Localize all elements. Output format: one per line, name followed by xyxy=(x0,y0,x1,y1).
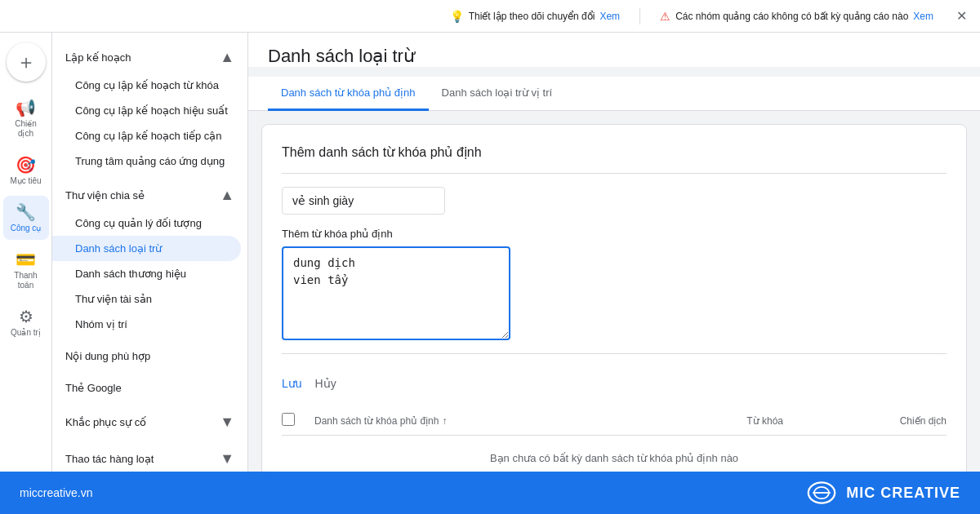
nav-section-bulk-label: Thao tác hàng loạt xyxy=(65,453,154,465)
nav-section-google-tag-label: Thẻ Google xyxy=(65,382,122,394)
list-name-group xyxy=(282,187,947,215)
footer-url: miccreative.vn xyxy=(20,486,92,499)
chevron-down-troubleshoot-icon: ▼ xyxy=(220,414,234,431)
footer-brand: MIC CREATIVE xyxy=(807,478,960,507)
nav-section-plan-header[interactable]: Lập kế hoạch ▲ xyxy=(52,42,247,73)
cancel-button[interactable]: Hủy xyxy=(315,374,336,393)
nav-sidebar: Lập kế hoạch ▲ Công cụ lập kế hoạch từ k… xyxy=(52,33,248,472)
table-empty-message: Bạn chưa có bất kỳ danh sách từ khóa phủ… xyxy=(282,436,947,472)
nav-item-performance-planner[interactable]: Công cụ lập kế hoạch hiệu suất xyxy=(52,98,247,123)
sidebar-icon-tools[interactable]: 🔧 Công cụ xyxy=(3,196,49,240)
notif-divider xyxy=(639,8,640,24)
nav-item-exclusion-list[interactable]: Danh sách loại trừ xyxy=(52,236,241,261)
nav-section-content: Nội dung phù hợp xyxy=(52,340,247,372)
footer: miccreative.vn MIC CREATIVE xyxy=(0,472,980,514)
notification-item-1: 💡 Thiết lập theo dõi chuyển đổi Xem xyxy=(450,10,620,23)
billing-icon: 💳 xyxy=(16,250,36,269)
nav-section-troubleshoot-header[interactable]: Khắc phục sự cố ▼ xyxy=(52,407,247,437)
sidebar-icon-admin[interactable]: ⚙ Quản trị xyxy=(3,300,49,344)
nav-item-location-groups[interactable]: Nhóm vị trí xyxy=(52,312,247,337)
mic-creative-logo xyxy=(807,478,836,507)
campaign-icon: 📢 xyxy=(16,98,36,117)
page-header: Danh sách loại trừ xyxy=(248,33,980,67)
tabs-bar: Danh sách từ khóa phủ định Danh sách loạ… xyxy=(248,77,980,111)
sidebar-icon-goals-label: Mục tiêu xyxy=(10,176,41,186)
nav-section-bulk: Thao tác hàng loạt ▼ xyxy=(52,441,247,472)
nav-item-keyword-planner[interactable]: Công cụ lập kế hoạch từ khóa xyxy=(52,73,247,98)
bulb-icon: 💡 xyxy=(450,10,464,23)
notification-link-2[interactable]: Xem xyxy=(913,11,933,22)
nav-section-library-header[interactable]: Thư viện chia sẻ ▲ xyxy=(52,180,247,210)
keywords-label: Thêm từ khóa phủ định xyxy=(282,228,947,240)
sidebar-icon-admin-label: Quản trị xyxy=(11,328,41,338)
create-button[interactable]: ＋ xyxy=(7,42,46,82)
table-check-col xyxy=(282,413,314,428)
sidebar-icon-campaign[interactable]: 📢 Chiến dịch xyxy=(3,91,49,145)
nav-item-app-ads[interactable]: Trung tâm quảng cáo ứng dụng xyxy=(52,148,247,174)
notification-item-2: ⚠ Các nhóm quảng cáo không có bất kỳ quả… xyxy=(660,10,933,23)
content-card: Thêm danh sách từ khóa phủ định Thêm từ … xyxy=(261,124,967,472)
nav-section-library-label: Thư viện chia sẻ xyxy=(65,189,145,202)
chevron-down-bulk-icon: ▼ xyxy=(220,450,234,467)
notification-link-1[interactable]: Xem xyxy=(599,11,620,22)
main-content: Danh sách loại trừ Danh sách từ khóa phủ… xyxy=(248,33,980,472)
plus-icon: ＋ xyxy=(16,49,36,75)
nav-section-library: Thư viện chia sẻ ▲ Công cụ quản lý đối t… xyxy=(52,177,247,340)
keywords-group: Thêm từ khóa phủ định dung dịch vien tẩy xyxy=(282,228,947,340)
nav-section-plan-label: Lập kế hoạch xyxy=(65,51,131,64)
table-col-campaign: Chiến dịch xyxy=(783,415,947,427)
nav-item-brand-list[interactable]: Danh sách thương hiệu xyxy=(52,261,247,286)
nav-section-content-header[interactable]: Nội dung phù hợp xyxy=(52,343,247,369)
sidebar-icon-goals[interactable]: 🎯 Mục tiêu xyxy=(3,148,49,193)
nav-item-reach-planner[interactable]: Công cụ lập kế hoạch tiếp cận xyxy=(52,123,247,148)
section-divider-2 xyxy=(282,353,947,354)
nav-section-content-label: Nội dung phù hợp xyxy=(65,350,150,362)
add-section-title: Thêm danh sách từ khóa phủ định xyxy=(282,144,947,160)
footer-brand-name: MIC CREATIVE xyxy=(846,485,960,502)
nav-section-troubleshoot: Khắc phục sự cố ▼ xyxy=(52,404,247,441)
goals-icon: 🎯 xyxy=(16,155,36,175)
sidebar-icon-billing[interactable]: 💳 Thanh toán xyxy=(3,243,49,297)
main-area: ＋ 📢 Chiến dịch 🎯 Mục tiêu 🔧 Công cụ 💳 Th… xyxy=(0,33,980,472)
chevron-up-library-icon: ▲ xyxy=(220,187,234,204)
sidebar-icon-billing-label: Thanh toán xyxy=(7,271,46,290)
tab-exclusion-locations[interactable]: Danh sách loại trừ vị trí xyxy=(429,77,566,111)
nav-item-audience-manager[interactable]: Công cụ quản lý đối tượng xyxy=(52,210,247,236)
table-section: Danh sách từ khóa phủ định ↑ Từ khóa Chi… xyxy=(282,406,947,472)
chevron-up-icon: ▲ xyxy=(220,49,234,66)
nav-section-troubleshoot-label: Khắc phục sự cố xyxy=(65,416,146,428)
table-header: Danh sách từ khóa phủ định ↑ Từ khóa Chi… xyxy=(282,406,947,436)
nav-section-plan: Lập kế hoạch ▲ Công cụ lập kế hoạch từ k… xyxy=(52,39,247,177)
nav-item-asset-library[interactable]: Thư viện tài sản xyxy=(52,286,247,312)
list-name-input[interactable] xyxy=(282,187,445,215)
notification-bar: 💡 Thiết lập theo dõi chuyển đổi Xem ⚠ Cá… xyxy=(0,0,980,33)
close-notification-icon[interactable]: ✕ xyxy=(956,8,967,24)
tools-icon: 🔧 xyxy=(16,202,36,222)
icon-sidebar: ＋ 📢 Chiến dịch 🎯 Mục tiêu 🔧 Công cụ 💳 Th… xyxy=(0,33,52,472)
sidebar-icon-tools-label: Công cụ xyxy=(11,224,42,233)
tab-negative-keywords[interactable]: Danh sách từ khóa phủ định xyxy=(268,77,429,111)
warning-icon: ⚠ xyxy=(660,10,670,23)
table-col-name: Danh sách từ khóa phủ định ↑ xyxy=(314,415,620,427)
table-col-keyword: Từ khóa xyxy=(620,415,783,427)
select-all-checkbox[interactable] xyxy=(282,413,295,426)
page-title: Danh sách loại trừ xyxy=(268,46,960,67)
notification-text-2: Các nhóm quảng cáo không có bất kỳ quảng… xyxy=(675,11,908,22)
action-buttons: Lưu Hủy xyxy=(282,367,947,400)
admin-icon: ⚙ xyxy=(19,307,33,326)
nav-section-google-tag: Thẻ Google xyxy=(52,372,247,404)
save-button[interactable]: Lưu xyxy=(282,374,302,393)
section-divider-1 xyxy=(282,173,947,174)
keywords-textarea[interactable]: dung dịch vien tẩy xyxy=(282,246,510,340)
nav-section-bulk-header[interactable]: Thao tác hàng loạt ▼ xyxy=(52,444,247,472)
sidebar-icon-campaign-label: Chiến dịch xyxy=(7,119,46,139)
sort-icon: ↑ xyxy=(442,415,447,427)
notification-text-1: Thiết lập theo dõi chuyển đổi xyxy=(469,11,595,22)
nav-section-google-tag-header[interactable]: Thẻ Google xyxy=(52,375,247,401)
app-container: 💡 Thiết lập theo dõi chuyển đổi Xem ⚠ Cá… xyxy=(0,0,980,514)
